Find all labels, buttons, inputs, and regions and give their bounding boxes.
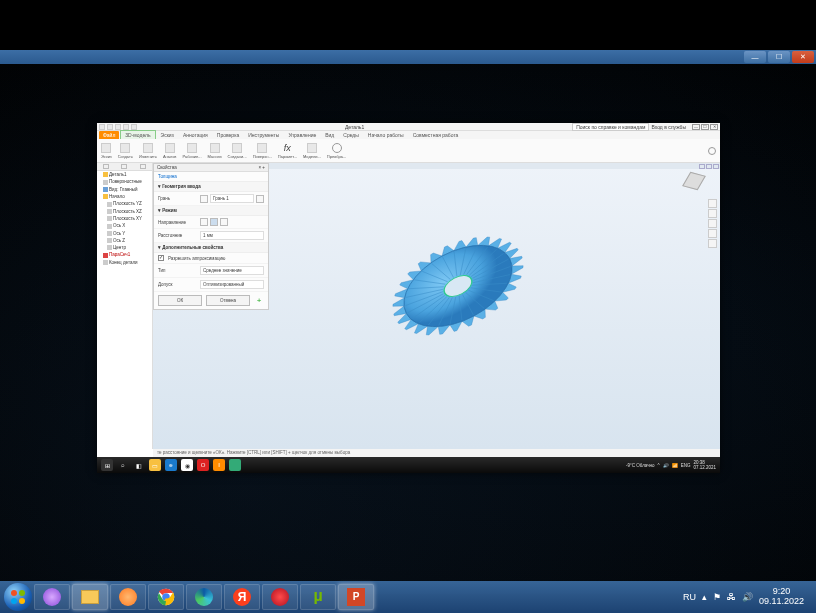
cancel-button[interactable]: Отмена	[206, 295, 250, 306]
direction-opt1-icon[interactable]	[200, 218, 208, 226]
distance-input[interactable]: 1 мм	[200, 231, 264, 240]
qat-undo-icon[interactable]	[123, 124, 129, 130]
inner-close-button[interactable]: ✕	[710, 124, 718, 130]
taskbar-opera[interactable]	[262, 584, 298, 610]
inner-inventor-icon[interactable]: I	[213, 459, 225, 471]
taskbar-media-player[interactable]	[110, 584, 146, 610]
browser-root[interactable]: Деталь1	[97, 171, 152, 178]
ribbon-createfreeform-button[interactable]: Создани...	[228, 143, 247, 159]
ribbon-workfeatures-button[interactable]: Рабочие...	[182, 143, 201, 159]
inner-app-icon[interactable]	[229, 459, 241, 471]
direction-opt2-icon[interactable]	[210, 218, 218, 226]
nav-pan-icon[interactable]	[708, 209, 717, 218]
tab-inspect[interactable]: Проверка	[213, 131, 243, 139]
taskbar-yandex[interactable]: Я	[224, 584, 260, 610]
tab-environments[interactable]: Среды	[339, 131, 363, 139]
browser-node[interactable]: Поверхностные	[97, 178, 152, 185]
qat-redo-icon[interactable]	[131, 124, 137, 130]
ribbon-modify-button[interactable]: Изменить	[139, 143, 157, 159]
inner-explorer-icon[interactable]: ▭	[149, 459, 161, 471]
properties-add-tab-icon[interactable]: × +	[258, 165, 265, 170]
viewport-maximize-icon[interactable]	[706, 164, 712, 169]
inner-taskview-icon[interactable]: ◧	[133, 459, 145, 471]
browser-node[interactable]: Плоскость YZ	[97, 200, 152, 207]
tray-chevron-icon[interactable]: ▴	[702, 592, 707, 602]
inner-chrome-icon[interactable]: ◉	[181, 459, 193, 471]
ribbon-create-button[interactable]: Создать	[118, 143, 133, 159]
viewport-minimize-icon[interactable]	[699, 164, 705, 169]
tray-network-icon[interactable]: 🖧	[727, 592, 736, 602]
browser-search-icon[interactable]	[121, 164, 127, 169]
taskbar-powerpoint[interactable]: P	[338, 584, 374, 610]
approx-row[interactable]: Разрешить аппроксимацию	[154, 253, 268, 264]
type-dropdown[interactable]: Среднее значение	[200, 266, 264, 275]
browser-active-feature[interactable]: ПараСеч1	[97, 251, 152, 258]
inner-maximize-button[interactable]: ☐	[701, 124, 709, 130]
section-advanced[interactable]: ▾ Дополнительные свойства	[154, 243, 268, 253]
browser-node[interactable]: Плоскость XY	[97, 215, 152, 222]
ribbon-pattern-button[interactable]: Массив	[208, 143, 222, 159]
inner-clock[interactable]: 20:3807.12.2021	[693, 460, 716, 470]
inner-start-button[interactable]: ⊞	[101, 459, 113, 471]
taskbar-edge[interactable]	[186, 584, 222, 610]
feature-name[interactable]: Толщина	[154, 172, 268, 182]
search-field[interactable]: Поиск по справке и командам	[572, 123, 649, 131]
approx-checkbox[interactable]	[158, 255, 164, 261]
ribbon-surface-button[interactable]: Поверхн...	[253, 143, 272, 159]
browser-end-of-part[interactable]: Конец детали	[97, 259, 152, 266]
inner-minimize-button[interactable]: —	[692, 124, 700, 130]
face-clear-icon[interactable]	[256, 195, 264, 203]
tray-clock[interactable]: 9:20 09.11.2022	[759, 587, 804, 607]
section-mode[interactable]: ▾ Режим	[154, 206, 268, 216]
taskbar-app-purple[interactable]	[34, 584, 70, 610]
browser-node[interactable]: Ось X	[97, 222, 152, 229]
nav-orbit-icon[interactable]	[708, 229, 717, 238]
lang-indicator[interactable]: RU	[683, 592, 696, 602]
browser-node[interactable]: Вид: Главный	[97, 186, 152, 193]
outer-minimize-button[interactable]: —	[744, 51, 766, 63]
direction-opt3-icon[interactable]	[220, 218, 228, 226]
browser-settings-icon[interactable]	[140, 164, 146, 169]
inner-edge-icon[interactable]: e	[165, 459, 177, 471]
tray-flag-icon[interactable]: ⚑	[713, 592, 721, 602]
signin-link[interactable]: Вход в службы	[651, 124, 686, 130]
qat-open-icon[interactable]	[107, 124, 113, 130]
nav-zoom-icon[interactable]	[708, 219, 717, 228]
tab-sketch[interactable]: Эскиз	[157, 131, 178, 139]
outer-close-button[interactable]: ✕	[792, 51, 814, 63]
qat-save-icon[interactable]	[115, 124, 121, 130]
inner-lang-indicator[interactable]: ENG	[681, 463, 691, 468]
browser-node[interactable]: Начало	[97, 193, 152, 200]
tab-collaborate[interactable]: Совместная работа	[409, 131, 463, 139]
tab-manage[interactable]: Управление	[284, 131, 320, 139]
face-pick-icon[interactable]	[200, 195, 208, 203]
browser-node[interactable]: Ось Z	[97, 237, 152, 244]
tab-annotate[interactable]: Аннотация	[179, 131, 212, 139]
ribbon-convert-button[interactable]: Преобра...	[327, 143, 347, 159]
ribbon-simulate-button[interactable]: Модели...	[303, 143, 321, 159]
tray-volume-icon[interactable]: 🔊	[742, 592, 753, 602]
tab-file[interactable]: Файл	[99, 131, 119, 139]
browser-node[interactable]: Ось Y	[97, 230, 152, 237]
taskbar-utorrent[interactable]: µ	[300, 584, 336, 610]
tab-3d-model[interactable]: 3D-модель	[120, 130, 155, 139]
ribbon-parameters-button[interactable]: fxПарамет...	[278, 143, 297, 159]
ok-button[interactable]: ОК	[158, 295, 202, 306]
nav-lookAt-icon[interactable]	[708, 239, 717, 248]
inner-tray-network-icon[interactable]: 📶	[672, 463, 678, 468]
inner-tray-chevron-icon[interactable]: ^	[658, 463, 660, 468]
section-geometry[interactable]: ▾ Геометрия ввода	[154, 182, 268, 192]
inner-weather[interactable]: -9°C Облачно	[626, 463, 655, 468]
tab-get-started[interactable]: Начало работы	[364, 131, 408, 139]
ribbon-help-button[interactable]	[708, 147, 716, 155]
tab-view[interactable]: Вид	[321, 131, 338, 139]
browser-node[interactable]: Центр	[97, 244, 152, 251]
nav-home-icon[interactable]	[708, 199, 717, 208]
viewport-close-icon[interactable]	[713, 164, 719, 169]
inner-search-icon[interactable]: ⌕	[117, 459, 129, 471]
outer-maximize-button[interactable]: ☐	[768, 51, 790, 63]
start-button[interactable]	[4, 583, 32, 611]
browser-filter-icon[interactable]	[103, 164, 109, 169]
browser-node[interactable]: Плоскость XZ	[97, 208, 152, 215]
taskbar-explorer[interactable]	[72, 584, 108, 610]
